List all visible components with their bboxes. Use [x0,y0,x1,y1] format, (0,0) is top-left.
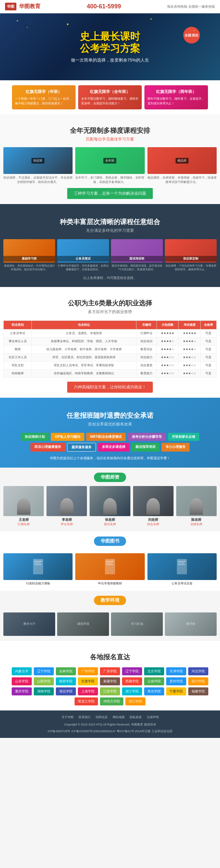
location-tag[interactable]: 新疆学院 [100,677,120,685]
table-cell: 综合知识 [136,337,156,345]
location-tag[interactable]: 北京学院 [144,667,164,675]
location-tag[interactable]: 福建学院 [188,687,208,695]
teacher-item[interactable]: 陈老师 法律名师 [176,486,217,526]
types-grid: 基础学习班 基础强化，夯实基础知识，针对薄弱点进行专项训练，稳步提升综合能力。 … [3,239,217,271]
plan-card-red[interactable]: 红旗无限学（全年班） 全年不限次数学习，随时随地复习，课程丰富多样，全面提升应试… [78,85,142,110]
teacher-item[interactable]: 刘老师 综合名师 [133,486,174,526]
plan-title-pink: 红旗无限学（两年班） [148,89,205,95]
teacher-photo [133,486,174,516]
type-item-2[interactable]: 面试培训班 面试专项训练，模拟面试演练，提升面试技巧与表达能力，快速通关面试。 [111,239,163,271]
svg-rect-7 [106,564,113,565]
type-img-3: 协议班定制 [165,239,217,262]
courses-section: 全年无限制多梯度课程安排 匹配每位学员最佳学习方案 协议班 协议保障，不过退款，… [0,114,220,204]
footer-link[interactable]: 隐私政策 [130,714,142,720]
svg-rect-3 [34,564,41,565]
location-tag[interactable]: 仲恺方学院 [100,698,123,706]
course-item-1[interactable]: 全年班 全年学习，多门课程，系统全面，随学随练，实时答疑，高效提升备考能力。 [75,147,145,184]
book-item[interactable]: 行政职业能力测验 [3,553,72,586]
locations-grid: 内蒙古学辽宁学院吉林学院广州学院广东学院辽宁学院北京学院天津学院河北学院山东学院… [3,667,217,706]
location-tag[interactable]: 内蒙古学 [12,667,32,675]
location-tag[interactable]: 辽宁学院 [122,667,142,675]
location-tag[interactable]: 贵州学院 [166,677,186,685]
courses-more-btn[interactable]: 三种学习方案，总有一个为你解决业问题 [67,188,153,199]
promise-tag[interactable]: 多班次多课选择 [98,443,129,452]
type-desc-1: 行测申论专项提升，历年真题精讲，名师点拨解题技巧，全面备战笔试。 [57,264,109,271]
book-item[interactable]: 申论专项突破教材 [75,553,145,586]
location-tag[interactable]: 天津学院 [166,667,186,675]
location-tag[interactable]: 浙江学院 [122,687,142,695]
course-item-0[interactable]: 协议班 协议保障，不过退款，全面提升应试水平，专业老师全程陪伴辅导，助你高分通关… [3,147,72,184]
plan-desc-yellow: 一个班级一年学一门课，三门以上一起买，集中精力突破重点，助你快速通关！ [15,97,72,106]
table-cell: 可是 [200,369,216,377]
jobs-col-1: 包含岗位 [32,320,136,329]
table-cell: ★★★★☆ [179,345,200,353]
plan-card-yellow[interactable]: 红旗无限学（年班） 一个班级一年学一门课，三门以上一起买，集中精力突破重点，助你… [12,85,75,110]
teacher-item[interactable]: 王老师 行测名师 [3,486,44,526]
location-tag[interactable]: 辽宁学院 [34,667,54,675]
phone-number[interactable]: 400-61-5999 [87,3,121,10]
promise-tag[interactable]: 开班前家长反馈 [168,433,199,441]
location-tag[interactable]: 浙江学院 [125,698,146,706]
location-tag[interactable]: 宁夏学院 [166,687,186,695]
promise-tag[interactable]: MBTI职业全维度测试 [86,433,126,441]
location-tag[interactable]: 云南学院 [144,677,164,685]
promise-tag[interactable]: 就业指导培训 [131,443,159,452]
course-item-2[interactable]: 精品班 精品课程，名师讲授，专项突破，高效学习，快速掌握考试技巧和解题方法。 [148,147,217,184]
courses-grid: 协议班 协议保障，不过退款，全面提升应试水平，专业老师全程陪伴辅导，助你高分通关… [3,147,217,184]
promise-tag[interactable]: 题库服务服务 [67,443,96,452]
location-tag[interactable]: 广州学院 [78,667,98,675]
location-tag[interactable]: 湖北学院 [56,687,76,695]
footer-link[interactable]: 网站地图 [113,714,125,720]
type-label-0: 基础学习班 [3,256,55,261]
location-tag[interactable]: 上海学院 [78,687,98,695]
promise-tag[interactable]: VIP私人学习顾问 [51,433,84,441]
type-item-1[interactable]: 公务员笔试 行测申论专项提升，历年真题精讲，名师点拨解题技巧，全面备战笔试。 [57,239,109,271]
env-img: 学习区域 [111,613,163,636]
location-tag[interactable]: 湖南学院 [34,687,54,695]
svg-rect-9 [178,561,186,562]
location-tag[interactable]: 吉林学院 [56,667,76,675]
teachers-section: 华图师资 王老师 行测名师 李老师 申论名师 张老师 面试名师 刘老师 综合名师… [0,468,220,531]
table-cell: 综合素质 [136,361,156,369]
promise-section: 任意报班随时退费的安全承诺 造创业界最优的服务效果 协议报班计划VIP私人学习顾… [0,398,220,468]
book-item[interactable]: 公务员考试全套 [148,553,217,586]
footer-link[interactable]: 关于华图 [62,714,73,720]
course-img-2: 精品班 [148,147,217,174]
type-label-3: 协议班定制 [165,256,217,261]
type-item-0[interactable]: 基础学习班 基础强化，夯实基础知识，针对薄弱点进行专项训练，稳步提升综合能力。 [3,239,55,271]
jobs-btn[interactable]: 六种高端职业方案，让你轻松成功就业！ [67,382,153,393]
promise-tag[interactable]: 班后心理健康服务 [30,443,65,452]
plan-desc-red: 全年不限次数学习，随时随地复习，课程丰富多样，全面提升应试能力！ [81,97,139,106]
location-tag[interactable]: 黑龙江学院 [74,698,98,706]
books-section: 华图图书 行政职业能力测验 申论专项突破教材 公务员考试全套 [0,531,220,591]
promise-tag[interactable]: 协议报班计划 [21,433,49,441]
location-tag[interactable]: 西藏学院 [122,677,142,685]
table-cell: 幼儿园老师、小学老师、初中老师、高中老师、大学老师 [32,345,136,353]
table-cell: 村官、社区委员、村社区组织、基层政府机构等 [32,353,136,361]
location-tag[interactable]: 甘肃学院 [78,677,98,685]
type-item-3[interactable]: 协议班定制 协议保障，个性化定制学习方案，专属老师跟踪指导，确保录用为止。 [165,239,217,271]
footer-link[interactable]: 法律声明 [147,714,159,720]
courses-heading: 全年无限制多梯度课程安排 [7,126,213,135]
footer-link[interactable]: 招聘信息 [96,714,108,720]
teacher-item[interactable]: 张老师 面试名师 [90,486,130,526]
env-img: 图书馆 [165,613,217,636]
location-tag[interactable]: 山西学院 [34,677,54,685]
location-tag[interactable]: 山东学院 [12,677,32,685]
book-img [3,553,72,580]
promise-tag[interactable]: 准考分析分步骤导导 [128,433,166,441]
plan-card-pink[interactable]: 红旗无限学（两年班） 两年不限次数学习，随时复习，全面提升，直到成功录用为止！ [145,85,208,110]
book-title: 公务员考试全套 [148,581,217,586]
jobs-subtitle: 多方应对当下的就业形势 [7,309,213,315]
location-tag[interactable]: 广东学院 [100,667,120,675]
location-tag[interactable]: 重庆学院 [12,687,32,695]
location-tag[interactable]: 四川学院 [188,677,208,685]
location-tag[interactable]: 河北学院 [188,667,208,675]
footer-link[interactable]: 联系我们 [78,714,91,720]
teacher-item[interactable]: 李老师 申论名师 [46,486,87,526]
promise-tag[interactable]: 专心心理服务 [161,443,190,452]
location-tag[interactable]: 江苏学院 [100,687,120,695]
location-tag[interactable]: 青岛学院 [144,687,164,695]
location-tag[interactable]: 陕西学院 [56,677,76,685]
table-cell: 军队文职人员考试、军官考试、军事院校录取 [32,361,136,369]
